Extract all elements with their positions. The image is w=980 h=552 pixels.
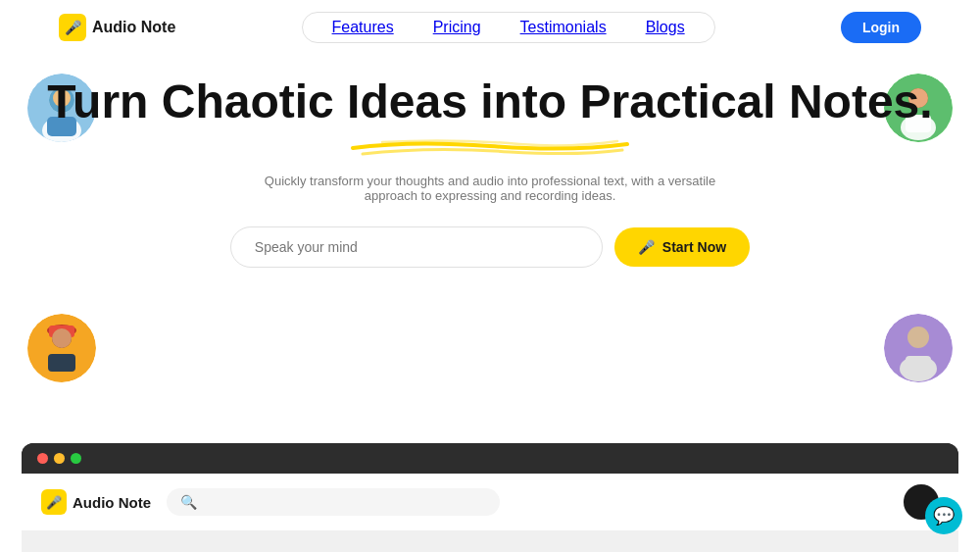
hero-underline [333, 136, 647, 158]
logo-text: Audio Note [92, 19, 175, 36]
svg-rect-20 [906, 356, 931, 373]
hero-title: Turn Chaotic Ideas into Practical Notes. [20, 75, 960, 128]
start-now-label: Start Now [662, 239, 726, 255]
hero-subtitle: Quickly transform your thoughts and audi… [255, 174, 725, 203]
app-window: 🎤 Audio Note 🔍 [22, 443, 958, 552]
app-bottom-bar [22, 530, 958, 552]
nav-link-pricing[interactable]: Pricing [433, 19, 481, 36]
search-row: 🎤 Start Now [20, 226, 960, 268]
avatar-mid-left [27, 314, 96, 382]
window-maximize-dot [71, 453, 81, 464]
search-icon: 🔍 [180, 494, 197, 510]
nav-link-blogs[interactable]: Blogs [646, 19, 685, 36]
window-titlebar [22, 443, 958, 474]
speak-input[interactable] [230, 226, 603, 268]
app-search-bar[interactable]: 🔍 [167, 488, 500, 516]
app-logo-text: Audio Note [73, 494, 151, 511]
chat-icon: 💬 [933, 505, 955, 527]
navbar: 🎤 Audio Note Features Pricing Testimonia… [0, 0, 980, 55]
avatar-mid-right [884, 314, 953, 382]
chat-bubble-button[interactable]: 💬 [925, 497, 962, 534]
hero-section: Turn Chaotic Ideas into Practical Notes.… [0, 55, 980, 297]
app-content: 🎤 Audio Note 🔍 [22, 474, 958, 530]
mic-icon-btn: 🎤 [638, 239, 655, 255]
app-logo-area: 🎤 Audio Note [41, 489, 151, 515]
start-now-button[interactable]: 🎤 Start Now [614, 227, 750, 267]
window-close-dot [37, 453, 48, 464]
nav-pill: Features Pricing Testimonials Blogs [302, 12, 715, 43]
app-logo-icon: 🎤 [41, 489, 67, 515]
nav-link-testimonials[interactable]: Testimonials [520, 19, 607, 36]
login-button[interactable]: Login [841, 12, 921, 43]
svg-point-18 [907, 326, 929, 348]
logo-icon: 🎤 [59, 14, 86, 41]
nav-logo[interactable]: 🎤 Audio Note [59, 14, 175, 41]
nav-link-features[interactable]: Features [332, 19, 394, 36]
svg-point-15 [52, 328, 72, 348]
window-minimize-dot [54, 453, 65, 464]
svg-rect-16 [48, 354, 75, 372]
